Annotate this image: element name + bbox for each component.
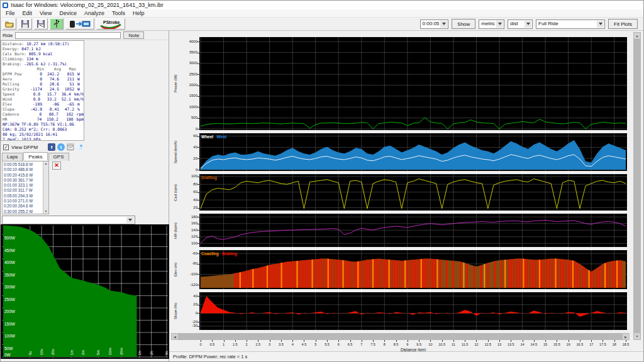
stats-row: Aero074.6211W <box>3 77 84 82</box>
peak-item[interactable]: 0:30:00 255.2 W <box>4 209 43 214</box>
ride-name-input[interactable] <box>15 32 121 39</box>
peak-selector[interactable] <box>2 216 135 224</box>
scroll-up-icon[interactable]: ▲ <box>634 33 640 40</box>
units-select[interactable]: metric <box>479 19 504 29</box>
ytick-label: 100 <box>180 174 197 178</box>
cadence-plot[interactable] <box>199 174 627 211</box>
menu-help[interactable]: Help <box>129 10 148 16</box>
peak-item[interactable]: 0:20:00 264.6 W <box>4 204 43 209</box>
ytick-label: 80 <box>180 182 197 186</box>
menu-device[interactable]: Device <box>55 10 80 16</box>
speed-plot[interactable] <box>199 133 627 171</box>
twitter-icon[interactable]: t <box>57 143 65 151</box>
peaks-scrollbar[interactable]: ▲▼ <box>43 162 48 214</box>
ytick-label: -20 <box>180 320 197 324</box>
ytick-label: 60 <box>180 134 197 138</box>
svg-text:1h: 1h <box>138 351 142 355</box>
facebook-icon[interactable]: f <box>48 143 55 151</box>
ytick-label: -80 <box>180 261 197 265</box>
delete-peak-button[interactable]: ✕ <box>52 162 61 170</box>
tab-gps[interactable]: GPS <box>48 153 69 161</box>
fit-plots-button[interactable]: Fit Plots <box>608 19 638 29</box>
peak-item[interactable]: 0:01:00 323.1 W <box>4 183 43 188</box>
view-dfpm-checkbox[interactable]: ✓ <box>3 145 9 150</box>
ytick-label: 40 <box>180 198 197 202</box>
pstroke-button[interactable]: PStroke <box>96 18 125 30</box>
xtick-label: 8.5 <box>391 343 402 346</box>
menu-tools[interactable]: Tools <box>108 10 129 16</box>
stats-row: HR74150.2180bpm <box>3 117 84 122</box>
xtick-label: 0 <box>195 343 206 346</box>
chevron-down-icon <box>126 217 134 223</box>
xtick-label: 1.5 <box>230 343 241 346</box>
svg-text:1m: 1m <box>70 350 74 355</box>
scrollbar-thumb[interactable] <box>179 334 622 339</box>
chevron-down-icon <box>597 21 604 28</box>
xtick-label: 11.5 <box>459 343 470 346</box>
scroll-down-icon[interactable]: ▼ <box>634 332 640 339</box>
vertical-scrollbar[interactable]: ▲ ▼ <box>633 32 641 340</box>
horizontal-scrollbar[interactable]: ◀ ▶ <box>171 333 630 340</box>
peak-item[interactable]: 0:00:10 486.8 W <box>4 167 43 172</box>
ytick-label: 120 <box>180 234 197 238</box>
mode-select[interactable]: dist <box>508 19 533 29</box>
xtick-label: 17.5 <box>597 343 608 346</box>
menu-analyze[interactable]: Analyze <box>80 10 108 16</box>
interval-select[interactable]: 0:00:05 <box>420 19 449 29</box>
stats-row: Speed0.015.736.4km/h <box>3 92 84 97</box>
peak-item[interactable]: 0:00:20 415.6 W <box>4 173 43 178</box>
show-button[interactable]: Show <box>452 19 475 29</box>
email-icon[interactable] <box>67 143 74 151</box>
menu-file[interactable]: File <box>2 10 19 16</box>
scrollbar-thumb[interactable] <box>634 40 640 332</box>
elev-plot[interactable] <box>199 250 627 289</box>
save-as-button[interactable] <box>34 18 48 30</box>
mean-max-power-chart[interactable]: 500W450W400W350W300W250W200W150W100W50W0… <box>1 224 169 359</box>
tab-peaks[interactable]: Peaks <box>23 152 47 160</box>
device-to-computer-icon <box>69 19 91 28</box>
scroll-up-icon[interactable]: ▲ <box>45 162 48 166</box>
xtick-label: 13.5 <box>505 343 516 346</box>
ytick-label: 20 <box>180 156 197 160</box>
download-ride-button[interactable] <box>65 18 94 30</box>
status-text: Profile: DFPM Power; rec rate = 1 s <box>173 354 247 359</box>
legend-coasting: Coasting <box>201 251 219 256</box>
ytick-label: -30 <box>180 324 197 327</box>
peak-item[interactable]: 0:00:30 361.7 W <box>4 178 43 183</box>
scroll-right-icon[interactable]: ▶ <box>622 334 629 339</box>
peak-item[interactable]: 0:10:00 271.0 W <box>4 199 43 204</box>
svg-text:5h: 5h <box>165 351 169 355</box>
menu-edit[interactable]: Edit <box>19 10 36 16</box>
xtick-label: 2 <box>241 343 252 346</box>
ytick-label: 20 <box>180 206 197 209</box>
stats-row: Gravity-117424.51052W <box>3 87 84 92</box>
share-icon[interactable] <box>76 143 84 151</box>
hr-plot[interactable] <box>199 214 627 247</box>
usb-device-button[interactable] <box>50 18 64 30</box>
stats-row: Elev-109-86-65m <box>3 102 84 107</box>
svg-text:10m: 10m <box>108 348 112 355</box>
open-file-button[interactable] <box>3 18 16 30</box>
xtick-label: 18 <box>609 343 620 346</box>
ytick-label: 140 <box>180 228 197 232</box>
slope-plot[interactable] <box>199 292 627 330</box>
xtick-label: 16.5 <box>574 343 586 346</box>
save-button[interactable] <box>18 18 32 30</box>
svg-text:10s: 10s <box>40 349 43 355</box>
note-button[interactable]: Note <box>123 31 144 39</box>
peaks-box: 0:00:05 518.8 W0:00:10 486.8 W0:00:20 41… <box>2 161 49 214</box>
ytick-label: -120 <box>180 283 197 287</box>
svg-text:PStroke: PStroke <box>103 20 120 25</box>
power-plot[interactable] <box>199 37 627 130</box>
scroll-left-icon[interactable]: ◀ <box>172 334 179 339</box>
tab-laps[interactable]: Laps <box>2 153 23 161</box>
range-select[interactable]: Full Ride <box>536 19 605 29</box>
peak-item[interactable]: 0:05:00 294.3 W <box>4 194 43 199</box>
menu-view[interactable]: View <box>36 10 55 16</box>
xtick-label: 4.5 <box>298 343 309 346</box>
social-icons: f t <box>48 143 84 151</box>
scroll-down-icon[interactable]: ▼ <box>45 209 48 214</box>
svg-text:0W: 0W <box>4 353 11 357</box>
peak-item[interactable]: 0:02:00 311.7 W <box>4 188 43 193</box>
peak-item[interactable]: 0:00:05 518.8 W <box>4 162 43 167</box>
